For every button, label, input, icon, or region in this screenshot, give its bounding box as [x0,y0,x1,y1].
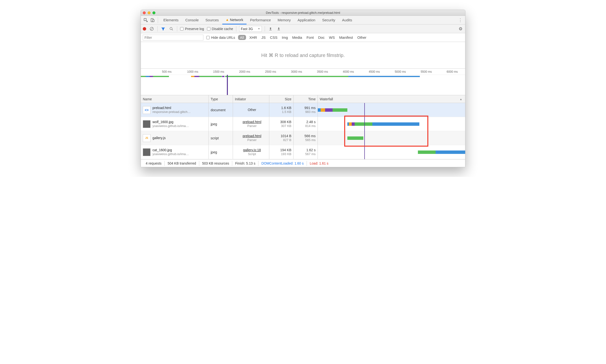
devtools-window: DevTools - responsive-preload.glitch.me/… [141,10,465,167]
overview-tick: 5500 ms [421,70,432,73]
overview-load-marker [227,75,228,95]
status-bar: 4 requests 504 KB transferred 503 KB res… [141,159,465,167]
waterfall-cell[interactable] [318,145,465,159]
tab-elements[interactable]: Elements [160,16,182,25]
throttling-select[interactable]: Fast 3G▼ [239,26,262,32]
timeline-overview[interactable]: 500 ms1000 ms1500 ms2000 ms2500 ms3000 m… [141,69,465,95]
tab-application[interactable]: Application [294,16,319,25]
initiator-type: Parser [247,138,256,142]
filter-type-font[interactable]: Font [306,35,314,39]
filter-type-ws[interactable]: WS [329,35,335,39]
tab-security[interactable]: Security [319,16,339,25]
filter-type-all[interactable]: All [238,35,246,40]
filter-bar: Hide data URLs All XHRJSCSSImgMediaFontD… [141,33,465,42]
overview-tick: 2000 ms [239,70,250,73]
request-time: 1.62 s567 ms [293,145,318,159]
request-type: document [209,103,233,117]
col-header-time[interactable]: Time [293,95,318,103]
request-size: 194 KB193 KB [269,145,293,159]
request-row[interactable]: cat_1600.jpgyoavweiss.github.io/ima…jpeg… [141,145,465,159]
request-initiator[interactable]: gallery.js:18 [243,148,261,152]
tab-memory[interactable]: Memory [274,16,294,25]
clear-icon[interactable] [149,26,154,31]
file-thumbnail: JS [143,134,151,142]
table-header: Name Type Initiator Size Time Waterfall▲ [141,95,465,103]
filmstrip-panel: Hit ⌘ R to reload and capture filmstrip. [141,42,465,69]
request-initiator[interactable]: Other [248,108,256,112]
filter-type-doc[interactable]: Doc [317,35,325,39]
warning-icon: ▲ [226,18,229,22]
filter-type-other[interactable]: Other [357,35,367,39]
overview-tick: 4500 ms [369,70,380,73]
tab-performance[interactable]: Performance [247,16,274,25]
filter-type-media[interactable]: Media [292,35,303,39]
filter-type-js[interactable]: JS [261,35,266,39]
more-menu-icon[interactable]: ⋮ [457,17,464,23]
overview-tick: 3500 ms [317,70,328,73]
request-type: jpeg [209,117,233,131]
request-initiator[interactable]: preload.html [243,134,261,138]
waterfall-cell[interactable] [318,131,465,145]
filter-icon[interactable] [160,26,166,31]
request-type: jpeg [209,145,233,159]
settings-gear-icon[interactable]: ⚙ [458,26,463,31]
filter-type-css[interactable]: CSS [270,35,278,39]
svg-point-5 [170,27,172,30]
status-transferred: 504 KB transferred [165,161,199,166]
status-dcl: DOMContentLoaded: 1.60 s [258,161,307,166]
request-name: preload.html [152,106,191,110]
record-button[interactable] [143,27,146,30]
request-row[interactable]: wolf_1600.jpgyoavweiss.github.io/ima…jpe… [141,117,465,131]
file-thumbnail [143,148,151,156]
device-toolbar-icon[interactable] [149,17,156,24]
request-initiator[interactable]: preload.html [243,120,261,124]
upload-har-icon[interactable] [268,26,273,31]
filter-type-manifest[interactable]: Manifest [339,35,354,39]
request-name: wolf_1600.jpg [152,120,189,124]
request-domain: yoavweiss.github.io/ima… [152,152,189,156]
overview-tick: 3000 ms [291,70,302,73]
status-resources: 503 KB resources [199,161,232,166]
caret-down-icon: ▼ [258,27,260,30]
filmstrip-hint: Hit ⌘ R to reload and capture filmstrip. [261,52,345,58]
request-size: 1014 B827 B [269,131,293,145]
request-name: gallery.js [152,136,166,140]
request-row[interactable]: JSgallery.jsscriptpreload.htmlParser1014… [141,131,465,145]
overview-tick: 2500 ms [265,70,276,73]
initiator-type: Parser [247,124,256,128]
inspect-element-icon[interactable] [142,17,149,24]
sort-indicator-icon: ▲ [460,98,462,101]
disable-cache-checkbox[interactable]: Disable cache [207,27,233,31]
request-type: script [209,131,233,145]
tab-console[interactable]: Console [182,16,202,25]
col-header-size[interactable]: Size [269,95,293,103]
window-title: DevTools - responsive-preload.glitch.me/… [141,11,465,14]
request-time: 2.48 s814 ms [293,117,318,131]
hide-data-urls-checkbox[interactable]: Hide data URLs [206,36,235,39]
col-header-waterfall[interactable]: Waterfall▲ [318,95,465,103]
overview-tick: 4000 ms [343,70,354,73]
svg-line-6 [172,29,173,30]
svg-rect-2 [152,19,154,22]
waterfall-cell[interactable] [318,103,465,117]
initiator-type: Script [248,152,256,156]
filter-type-xhr[interactable]: XHR [249,35,258,39]
col-header-name[interactable]: Name [141,95,209,103]
col-header-type[interactable]: Type [209,95,233,103]
request-row[interactable]: <>preload.htmlresponsive-preload.glitch…… [141,103,465,117]
preserve-log-checkbox[interactable]: Preserve log [180,27,204,31]
download-har-icon[interactable] [276,26,281,31]
network-toolbar: Preserve log Disable cache Fast 3G▼ ⚙ [141,25,465,33]
col-header-initiator[interactable]: Initiator [233,95,269,103]
tab-network[interactable]: ▲Network [222,16,247,25]
request-size: 308 KB307 KB [269,117,293,131]
overview-tick: 1000 ms [187,70,198,73]
file-thumbnail: <> [143,106,151,114]
filter-input[interactable] [143,35,203,40]
tab-audits[interactable]: Audits [339,16,356,25]
tab-sources[interactable]: Sources [202,16,222,25]
waterfall-cell[interactable] [318,117,465,131]
request-time: 991 ms983 ms [293,103,318,117]
filter-type-img[interactable]: Img [281,35,289,39]
search-icon[interactable] [169,26,174,31]
